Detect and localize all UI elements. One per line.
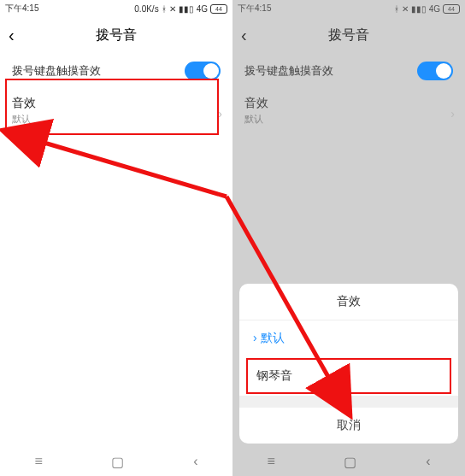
- battery-icon: 44: [210, 4, 227, 14]
- nav-back-icon[interactable]: ‹: [193, 454, 197, 469]
- status-time: 下午4:15: [238, 3, 271, 15]
- sound-effect-setting[interactable]: 音效 默认 ›: [0, 89, 232, 138]
- sound-effect-sheet: 音效 默认 钢琴音 取消: [239, 284, 458, 444]
- title-bar: ‹ 拨号音: [232, 17, 465, 53]
- toggle-switch[interactable]: [417, 62, 453, 80]
- nav-home-icon[interactable]: ▢: [344, 454, 356, 470]
- toggle-label: 拨号键盘触摸音效: [12, 63, 101, 79]
- status-time: 下午4:15: [5, 3, 38, 15]
- toggle-row[interactable]: 拨号键盘触摸音效: [0, 53, 232, 89]
- toggle-label: 拨号键盘触摸音效: [244, 63, 333, 79]
- setting-title: 音效: [244, 96, 453, 111]
- chevron-right-icon: ›: [218, 107, 222, 120]
- back-icon[interactable]: ‹: [9, 26, 15, 44]
- nav-recents-icon[interactable]: ≡: [267, 454, 274, 469]
- status-bar: 下午4:15 0.0K/s ᚼ ✕ ▮▮▯ 4G 44: [0, 0, 232, 17]
- back-icon[interactable]: ‹: [241, 26, 247, 44]
- setting-subtitle: 默认: [244, 113, 453, 126]
- nav-bar: ≡ ▢ ‹: [0, 447, 232, 476]
- sheet-cancel[interactable]: 取消: [239, 408, 458, 444]
- chevron-right-icon: ›: [450, 107, 455, 120]
- sheet-option-default[interactable]: 默认: [239, 320, 458, 356]
- sound-effect-setting[interactable]: 音效 默认 ›: [232, 89, 465, 138]
- sheet-title: 音效: [239, 284, 458, 320]
- page-title: 拨号音: [328, 26, 369, 44]
- mute-icon: ✕: [402, 4, 409, 14]
- battery-icon: 44: [443, 4, 460, 14]
- page-title: 拨号音: [96, 26, 137, 44]
- sheet-divider: [239, 396, 458, 408]
- bluetooth-icon: ᚼ: [394, 4, 399, 14]
- setting-title: 音效: [12, 96, 221, 111]
- bluetooth-icon: ᚼ: [162, 4, 167, 14]
- toggle-switch[interactable]: [185, 62, 221, 80]
- nav-recents-icon[interactable]: ≡: [34, 454, 42, 469]
- nav-back-icon[interactable]: ‹: [426, 454, 430, 469]
- network-label: 4G: [429, 4, 440, 14]
- status-speed: 0.0K/s: [134, 4, 158, 14]
- sheet-option-piano[interactable]: 钢琴音: [246, 358, 451, 394]
- nav-home-icon[interactable]: ▢: [111, 454, 124, 470]
- title-bar: ‹ 拨号音: [0, 17, 232, 53]
- signal-icon: ▮▮▯: [411, 4, 427, 14]
- toggle-row[interactable]: 拨号键盘触摸音效: [232, 53, 465, 89]
- signal-icon: ▮▮▯: [179, 4, 194, 14]
- mute-icon: ✕: [169, 4, 176, 14]
- nav-bar: ≡ ▢ ‹: [232, 447, 465, 476]
- network-label: 4G: [197, 4, 208, 14]
- status-bar: 下午4:15 ᚼ ✕ ▮▮▯ 4G 44: [232, 0, 465, 17]
- setting-subtitle: 默认: [12, 113, 221, 126]
